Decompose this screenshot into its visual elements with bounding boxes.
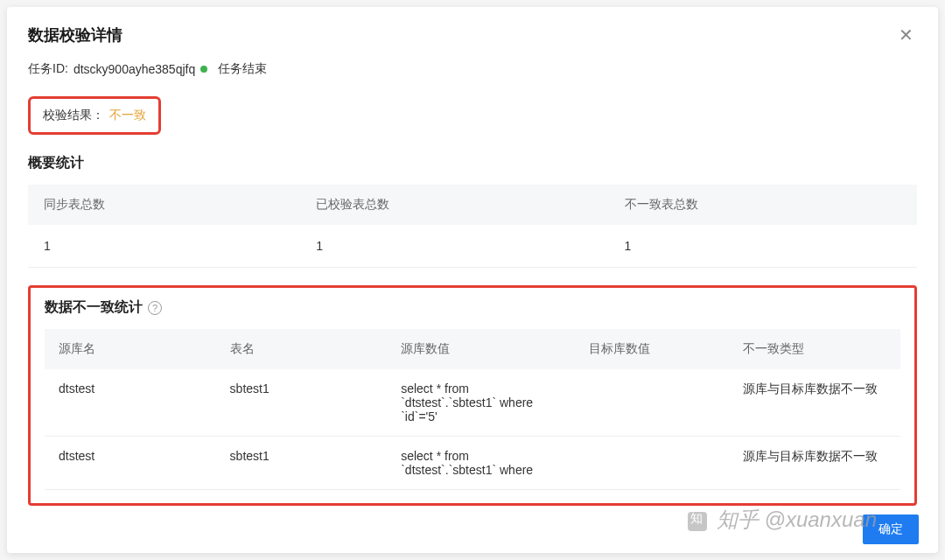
summary-col-total-inconsistent: 不一致表总数 (609, 185, 917, 225)
modal-data-validation-detail: 数据校验详情 ✕ 任务ID: dtscky900ayhe385qjfq 任务结束… (7, 7, 938, 553)
task-id-value: dtscky900ayhe385qjfq (74, 62, 195, 76)
modal-title: 数据校验详情 (28, 24, 122, 46)
help-icon[interactable]: ? (148, 301, 162, 315)
summary-section-title: 概要统计 (28, 154, 917, 172)
table-row: dtstest sbtest1 select * from `dtstest`.… (45, 437, 900, 490)
task-id-label: 任务ID: (28, 61, 68, 77)
table-row: dtstest sbtest1 select * from `dtstest`.… (45, 369, 900, 437)
result-label: 校验结果： (43, 108, 104, 123)
confirm-button[interactable]: 确定 (863, 514, 919, 544)
inconsistent-table: 源库名 表名 源库数值 目标库数值 不一致类型 dtstest sbtest1 … (45, 329, 900, 490)
col-target-value: 目标库数值 (575, 329, 729, 369)
inconsistent-title-row: 数据不一致统计 ? (45, 298, 900, 317)
col-table-name: 表名 (216, 329, 388, 369)
status-dot-icon (200, 66, 207, 73)
summary-col-total-checked: 已校验表总数 (300, 185, 608, 225)
summary-col-total-sync: 同步表总数 (28, 185, 300, 225)
inconsistent-title: 数据不一致统计 (45, 298, 143, 317)
col-source-value: 源库数值 (387, 329, 575, 369)
cell-type: 源库与目标库数据不一致 (729, 369, 900, 437)
watermark-text: 知乎 @xuanxuan (717, 508, 877, 531)
task-status: 任务结束 (218, 61, 267, 77)
zhihu-logo-icon (688, 512, 707, 531)
summary-row: 1 1 1 (28, 225, 917, 268)
cell-src-db: dtstest (45, 437, 216, 490)
validation-result-box: 校验结果： 不一致 (28, 96, 161, 135)
summary-val-total-inconsistent: 1 (609, 225, 917, 268)
cell-src-db: dtstest (45, 369, 216, 437)
cell-src-val: select * from `dtstest`.`sbtest1` where … (387, 369, 575, 437)
summary-val-total-sync: 1 (28, 225, 300, 268)
col-source-db: 源库名 (45, 329, 216, 369)
cell-dst-val (575, 437, 729, 490)
cell-table: sbtest1 (216, 437, 388, 490)
col-inconsistent-type: 不一致类型 (729, 329, 900, 369)
cell-table: sbtest1 (216, 369, 388, 437)
watermark: 知乎 @xuanxuan (688, 506, 877, 534)
inconsistent-section: 数据不一致统计 ? 源库名 表名 源库数值 目标库数值 不一致类型 dtstes… (28, 285, 917, 506)
cell-type: 源库与目标库数据不一致 (729, 437, 900, 490)
summary-table: 同步表总数 已校验表总数 不一致表总数 1 1 1 (28, 185, 917, 268)
modal-header: 数据校验详情 ✕ (28, 24, 917, 46)
cell-dst-val (575, 369, 729, 437)
cell-src-val: select * from `dtstest`.`sbtest1` where (387, 437, 575, 490)
result-value: 不一致 (109, 108, 146, 123)
summary-val-total-checked: 1 (300, 225, 608, 268)
task-info-row: 任务ID: dtscky900ayhe385qjfq 任务结束 (28, 61, 917, 77)
close-icon[interactable]: ✕ (895, 24, 917, 46)
